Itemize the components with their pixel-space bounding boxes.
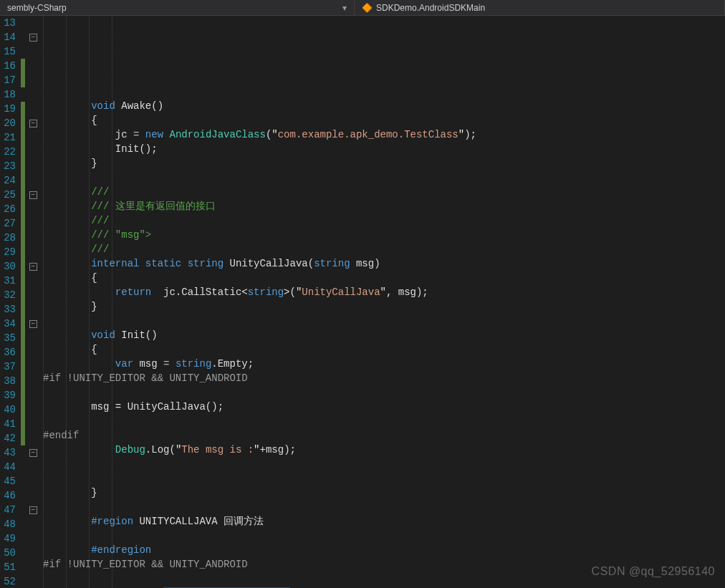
change-marker	[21, 417, 25, 431]
code-line[interactable]: ///	[43, 213, 725, 228]
line-number: 16	[0, 59, 16, 73]
code-line[interactable]: #region UNITYCALLJAVA 回调方法	[43, 514, 725, 529]
tab-label: sembly-CSharp	[7, 3, 67, 13]
fold-cell	[26, 460, 40, 474]
fold-cell	[26, 216, 40, 231]
change-marker	[21, 345, 25, 360]
line-number: 14	[0, 30, 16, 44]
fold-cell	[26, 173, 40, 188]
line-number: 22	[0, 145, 16, 159]
fold-toggle-icon[interactable]: −	[29, 449, 37, 457]
code-line[interactable]: }	[43, 486, 725, 500]
fold-toggle-icon[interactable]: −	[29, 506, 37, 514]
code-line[interactable]: #endregion	[43, 543, 725, 557]
code-line[interactable]: }	[43, 299, 725, 314]
change-marker	[21, 317, 25, 331]
code-line[interactable]: }	[43, 156, 725, 170]
fold-toggle-icon[interactable]: −	[29, 191, 37, 199]
change-marker	[21, 231, 25, 245]
change-marker	[21, 517, 25, 531]
line-number: 18	[0, 87, 16, 102]
change-marker	[21, 44, 25, 59]
code-line[interactable]: void Init()	[43, 328, 725, 342]
fold-toggle-icon[interactable]: −	[29, 34, 37, 42]
code-line[interactable]	[43, 314, 725, 328]
code-line[interactable]: void Awake()	[43, 99, 725, 113]
code-line[interactable]: msg = UnityCallJava();	[43, 400, 725, 414]
line-number: 52	[0, 574, 16, 588]
code-line[interactable]: {	[43, 342, 725, 357]
change-marker	[21, 503, 25, 517]
code-line[interactable]: return jc.CallStatic<string>("UnityCallJ…	[43, 285, 725, 299]
fold-cell	[26, 560, 40, 574]
fold-cell	[26, 288, 40, 302]
code-line[interactable]	[43, 385, 725, 400]
chevron-down-icon[interactable]: ▾	[342, 3, 347, 13]
code-line[interactable]: ///	[43, 185, 725, 199]
change-marker	[21, 360, 25, 374]
line-number-gutter: 1314151617181920212223242526272829303132…	[0, 16, 20, 588]
line-number: 17	[0, 73, 16, 87]
fold-cell	[26, 403, 40, 417]
tab-assembly[interactable]: sembly-CSharp ▾	[0, 0, 355, 15]
fold-cell	[26, 231, 40, 245]
code-line[interactable]: /// "msg">	[43, 228, 725, 242]
line-number: 33	[0, 302, 16, 317]
fold-cell: −	[26, 503, 40, 517]
fold-cell	[26, 159, 40, 173]
code-line[interactable]: #endif	[43, 428, 725, 443]
change-marker	[21, 374, 25, 388]
fold-cell	[26, 102, 40, 116]
code-line[interactable]: {	[43, 113, 725, 127]
code-area[interactable]: void Awake() { jc = new AndroidJavaClass…	[40, 16, 725, 588]
line-number: 35	[0, 331, 16, 345]
code-line[interactable]	[43, 471, 725, 486]
code-line[interactable]	[43, 414, 725, 428]
line-number: 31	[0, 274, 16, 288]
fold-cell	[26, 16, 40, 30]
watermark: CSDN @qq_52956140	[592, 565, 715, 578]
code-editor[interactable]: 1314151617181920212223242526272829303132…	[0, 16, 725, 588]
code-line[interactable]: #if !UNITY_EDITOR && UNITY_ANDROID	[43, 371, 725, 385]
fold-toggle-icon[interactable]: −	[29, 120, 37, 127]
change-marker	[21, 59, 25, 73]
tab-class[interactable]: 🔶 SDKDemo.AndroidSDKMain	[355, 0, 725, 15]
line-number: 19	[0, 102, 16, 116]
line-number: 24	[0, 173, 16, 188]
code-line[interactable]: internal static string UnityCallJava(str…	[43, 256, 725, 271]
code-line[interactable]	[43, 457, 725, 471]
change-marker	[21, 431, 25, 445]
fold-toggle-icon[interactable]: −	[29, 263, 37, 271]
code-line[interactable]	[43, 529, 725, 543]
fold-cell	[26, 302, 40, 317]
fold-cell	[26, 245, 40, 259]
line-number: 38	[0, 374, 16, 388]
code-line[interactable]: Init();	[43, 142, 725, 156]
line-number: 26	[0, 202, 16, 216]
code-line[interactable]: ///	[43, 242, 725, 256]
fold-cell	[26, 44, 40, 59]
fold-toggle-icon[interactable]: −	[29, 320, 37, 328]
line-number: 46	[0, 488, 16, 503]
code-line[interactable]	[43, 500, 725, 514]
code-line[interactable]: {	[43, 271, 725, 285]
line-number: 25	[0, 188, 16, 202]
class-icon: 🔶	[362, 3, 373, 13]
fold-cell	[26, 517, 40, 531]
change-marker	[21, 16, 25, 30]
code-line[interactable]: Debug.Log("The msg is :"+msg);	[43, 443, 725, 457]
line-number: 44	[0, 460, 16, 474]
code-line[interactable]	[43, 170, 725, 185]
fold-cell: −	[26, 30, 40, 44]
line-number: 47	[0, 503, 16, 517]
code-line[interactable]: /// 这里是有返回值的接口	[43, 199, 725, 213]
change-marker	[21, 546, 25, 560]
fold-cell	[26, 130, 40, 145]
line-number: 36	[0, 345, 16, 360]
line-number: 34	[0, 317, 16, 331]
code-line[interactable]: jc = new AndroidJavaClass("com.example.a…	[43, 127, 725, 142]
fold-gutter: −−−−−−−	[26, 16, 40, 588]
code-line[interactable]	[43, 85, 725, 99]
code-line[interactable]: var msg = string.Empty;	[43, 357, 725, 371]
fold-cell	[26, 474, 40, 488]
